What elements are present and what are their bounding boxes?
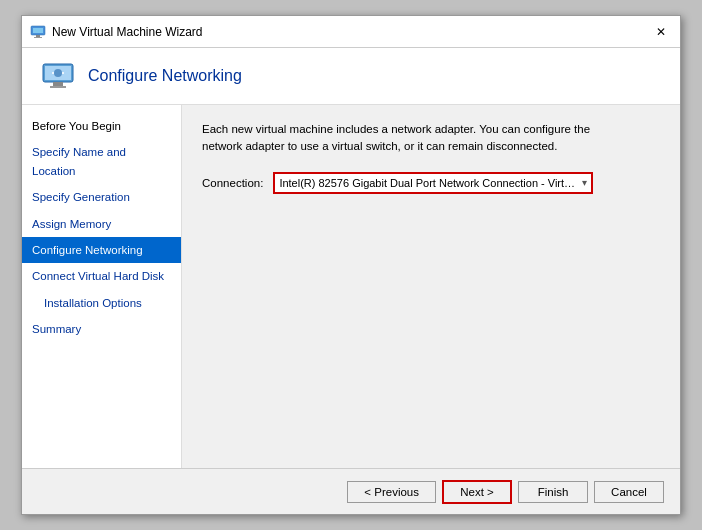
- footer: < Previous Next > Finish Cancel: [22, 468, 680, 514]
- sidebar-item-assign-memory[interactable]: Assign Memory: [22, 211, 181, 237]
- sidebar-item-connect-vhd[interactable]: Connect Virtual Hard Disk: [22, 263, 181, 289]
- window-title: New Virtual Machine Wizard: [52, 25, 203, 39]
- sidebar-item-installation-options[interactable]: Installation Options: [22, 290, 181, 316]
- titlebar-left: New Virtual Machine Wizard: [30, 24, 203, 40]
- svg-point-8: [54, 69, 62, 77]
- right-panel: Each new virtual machine includes a netw…: [182, 105, 680, 468]
- svg-rect-7: [50, 86, 66, 88]
- sidebar-item-summary[interactable]: Summary: [22, 316, 181, 342]
- finish-button[interactable]: Finish: [518, 481, 588, 503]
- cancel-button[interactable]: Cancel: [594, 481, 664, 503]
- svg-rect-1: [33, 28, 43, 33]
- titlebar: New Virtual Machine Wizard ✕: [22, 16, 680, 48]
- connection-dropdown[interactable]: Intel(R) 82576 Gigabit Dual Port Network…: [273, 172, 593, 194]
- sidebar-item-configure-networking[interactable]: Configure Networking: [22, 237, 181, 263]
- sidebar: Before You Begin Specify Name and Locati…: [22, 105, 182, 468]
- description-text: Each new virtual machine includes a netw…: [202, 121, 632, 156]
- previous-button[interactable]: < Previous: [347, 481, 436, 503]
- dropdown-arrow-icon: ▾: [582, 177, 587, 188]
- main-layout: Before You Begin Specify Name and Locati…: [22, 105, 680, 468]
- wizard-window: New Virtual Machine Wizard ✕ Configure N…: [21, 15, 681, 515]
- svg-rect-3: [34, 37, 42, 38]
- svg-rect-6: [53, 82, 63, 86]
- connection-field-row: Connection: Intel(R) 82576 Gigabit Dual …: [202, 172, 660, 194]
- header-section: Configure Networking: [22, 48, 680, 105]
- svg-rect-2: [36, 35, 40, 37]
- sidebar-item-before-you-begin[interactable]: Before You Begin: [22, 113, 181, 139]
- close-button[interactable]: ✕: [650, 23, 672, 41]
- connection-label: Connection:: [202, 177, 263, 189]
- sidebar-item-specify-generation[interactable]: Specify Generation: [22, 184, 181, 210]
- header-icon: [42, 60, 74, 92]
- next-button[interactable]: Next >: [442, 480, 512, 504]
- titlebar-icon: [30, 24, 46, 40]
- sidebar-item-specify-name[interactable]: Specify Name and Location: [22, 139, 181, 184]
- connection-dropdown-value: Intel(R) 82576 Gigabit Dual Port Network…: [279, 177, 578, 189]
- page-title: Configure Networking: [88, 67, 242, 85]
